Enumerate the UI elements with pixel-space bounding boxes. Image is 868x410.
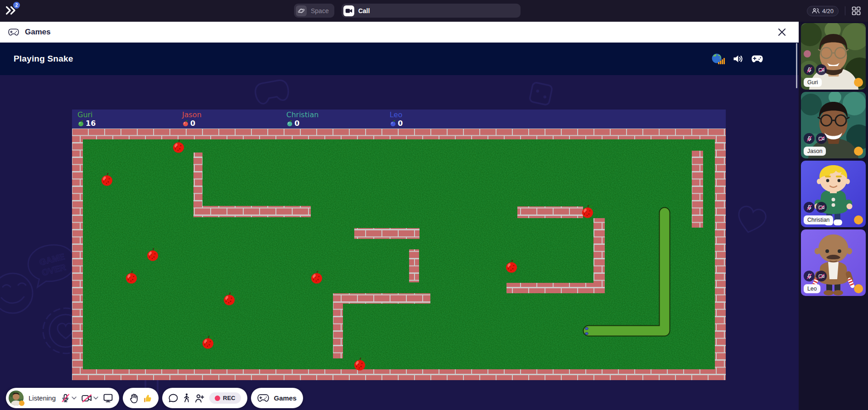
tab-call[interactable]: Call [342, 4, 521, 18]
status-bubble-button[interactable] [169, 394, 178, 402]
snake-board: Guri 16 Jason 0 Christian [72, 110, 726, 380]
tile-name-label: Christian [804, 215, 833, 224]
svg-text:GAME: GAME [39, 252, 66, 267]
screen-share-button[interactable] [103, 394, 113, 402]
doodle-heart [730, 197, 773, 240]
gamepad-icon [257, 394, 269, 402]
svg-text:OVER: OVER [41, 262, 67, 277]
player-name: Leo [390, 111, 403, 119]
brick-wall [193, 153, 203, 210]
scrollbar-thumb[interactable] [796, 43, 797, 88]
tile-presence-dot [854, 284, 863, 293]
camera-off-icon [82, 394, 92, 402]
bubble-icon [169, 394, 178, 402]
snake-header-icons [711, 43, 763, 75]
scoreboard-player: Leo 0 [390, 111, 403, 128]
camera-off-badge [816, 133, 827, 144]
tile-presence-dot [854, 78, 863, 87]
participants-sidebar: Guri Jason [799, 22, 868, 410]
apple-score-icon [286, 119, 293, 127]
speaker-icon[interactable] [733, 54, 743, 64]
mic-off-badge [804, 202, 815, 213]
player-name: Jason [182, 111, 202, 119]
snake-eye [585, 327, 588, 329]
notification-badge: 2 [13, 2, 20, 9]
call-toolbar: Listening [6, 388, 303, 408]
occupancy-pill[interactable]: 4/20 [807, 6, 839, 16]
player-score-row: 0 [182, 119, 202, 128]
chevron-down-icon [93, 396, 98, 400]
tab-space[interactable]: Space [294, 4, 334, 18]
add-person-button[interactable] [195, 394, 204, 403]
games-overlay: Games Playing Snake [0, 22, 799, 410]
video-tile-leo[interactable]: Leo [801, 229, 866, 296]
camera-off-badge [816, 64, 827, 75]
camera-off-badge [816, 271, 827, 281]
brick-wall [692, 151, 703, 228]
thumbs-up-button[interactable] [143, 394, 152, 403]
brick-wall [517, 206, 583, 218]
network-ping-icon [711, 53, 725, 65]
scoreboard-player: Christian 0 [286, 111, 318, 128]
planet-icon [296, 5, 307, 16]
occupancy-count: 4/20 [822, 8, 834, 14]
tile-presence-dot [854, 147, 863, 156]
games-pill[interactable]: Games [251, 388, 303, 408]
mic-off-badge [804, 64, 815, 75]
video-tile-guri[interactable]: Guri [801, 23, 866, 90]
media-controls-pill: Listening [6, 388, 119, 408]
player-score: 0 [398, 119, 403, 128]
top-right-controls: 4/20 [807, 0, 861, 22]
game-area: GAME OVER [0, 75, 799, 410]
games-button-label: Games [274, 394, 297, 402]
camera-mute-button[interactable] [82, 394, 98, 402]
apps-grid-button[interactable] [852, 6, 861, 15]
screen-share-icon [103, 394, 113, 402]
view-tabs: Space Call [294, 4, 521, 18]
self-avatar[interactable] [9, 391, 24, 405]
people-icon [812, 8, 820, 14]
apple-score-icon [77, 119, 84, 127]
gamepad-white-icon[interactable] [751, 55, 763, 63]
scoreboard-player: Guri 16 [77, 111, 96, 128]
tile-status-badges [804, 202, 827, 213]
video-tile-jason[interactable]: Jason [801, 92, 866, 158]
tile-presence-dot [854, 215, 863, 224]
video-tile-christian[interactable]: Christian [801, 161, 866, 227]
record-button[interactable]: REC [209, 392, 241, 404]
collapse-sidebar-button[interactable]: 2 [5, 5, 20, 18]
tile-name-label: Leo [804, 284, 820, 293]
brick-wall [506, 283, 605, 293]
close-icon[interactable] [778, 28, 786, 36]
topbar-divider [845, 6, 845, 15]
player-score: 0 [190, 119, 195, 128]
app-root: 2 Space Call [0, 0, 868, 410]
mic-off-badge [804, 133, 815, 144]
doodle-gamepad [254, 79, 290, 105]
games-panel-header: Games [0, 22, 799, 43]
brick-wall [193, 206, 311, 217]
snake-game-title: Playing Snake [14, 54, 73, 64]
microphone-mute-button[interactable] [61, 393, 77, 403]
actions-pill: REC [162, 388, 247, 408]
gamepad-icon [8, 28, 19, 36]
record-label: REC [223, 395, 235, 401]
tile-status-badges [804, 64, 827, 75]
games-panel-title: Games [25, 28, 51, 37]
thumbs-up-icon [143, 394, 152, 403]
raise-hand-button[interactable] [129, 393, 138, 403]
record-dot-icon [215, 396, 220, 401]
tile-status-badges [804, 271, 827, 281]
top-bar: 2 Space Call [0, 0, 868, 22]
player-score: 16 [86, 119, 96, 128]
walk-mode-button[interactable] [183, 393, 190, 403]
doodle-laughing-face [0, 270, 40, 317]
brick-wall [354, 228, 420, 239]
player-name: Christian [286, 111, 318, 119]
chevron-down-icon [72, 396, 77, 400]
snake-game-header: Playing Snake [0, 43, 799, 75]
player-score: 0 [294, 119, 299, 128]
snake-board-svg [72, 129, 726, 380]
scoreboard-player: Jason 0 [182, 111, 202, 128]
listening-status: Listening [29, 394, 56, 402]
